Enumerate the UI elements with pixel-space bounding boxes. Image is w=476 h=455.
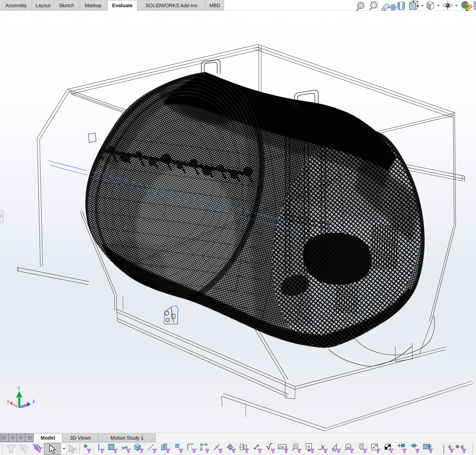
svg-text:X: X bbox=[7, 400, 10, 404]
svg-text:A: A bbox=[347, 446, 349, 450]
svg-text:0.3: 0.3 bbox=[282, 446, 286, 449]
svg-text:A: A bbox=[373, 445, 375, 450]
svg-text:A: A bbox=[307, 444, 310, 449]
svg-text:Z: Z bbox=[32, 399, 35, 404]
svg-text:Y: Y bbox=[17, 386, 21, 391]
svg-text:N: N bbox=[295, 444, 297, 448]
